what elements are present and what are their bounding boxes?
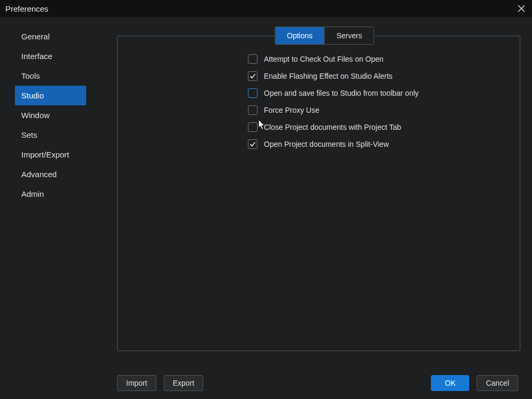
sidebar-item-interface[interactable]: Interface xyxy=(0,46,117,66)
main-panel: Options Servers Attempt to Check Out Fil… xyxy=(117,17,532,367)
options-list: Attempt to Check Out Files on Open Enabl… xyxy=(248,54,516,149)
check-icon xyxy=(250,73,256,79)
tab-servers[interactable]: Servers xyxy=(325,27,374,44)
option-label[interactable]: Close Project documents with Project Tab xyxy=(264,123,401,131)
import-button[interactable]: Import xyxy=(117,375,156,391)
option-flashing-effect: Enable Flashing Effect on Studio Alerts xyxy=(248,71,516,81)
window-title: Preferences xyxy=(5,4,48,13)
option-label[interactable]: Open and save files to Studio from toolb… xyxy=(264,89,419,97)
export-button[interactable]: Export xyxy=(164,375,203,391)
option-close-with-tab: Close Project documents with Project Tab xyxy=(248,122,516,132)
titlebar: Preferences xyxy=(0,0,532,17)
tab-switch: Options Servers xyxy=(275,27,374,45)
option-label[interactable]: Open Project documents in Split-View xyxy=(264,140,389,148)
option-label[interactable]: Enable Flashing Effect on Studio Alerts xyxy=(264,72,393,80)
sidebar-item-sets[interactable]: Sets xyxy=(0,125,117,145)
ok-button[interactable]: OK xyxy=(431,375,469,391)
checkbox-close-with-tab[interactable] xyxy=(248,122,257,132)
sidebar-item-admin[interactable]: Admin xyxy=(0,184,117,204)
option-checkout-on-open: Attempt to Check Out Files on Open xyxy=(248,54,516,64)
checkbox-force-proxy[interactable] xyxy=(248,105,257,115)
sidebar-item-general[interactable]: General xyxy=(0,27,117,46)
cancel-button[interactable]: Cancel xyxy=(477,375,518,391)
sidebar-item-window[interactable]: Window xyxy=(0,105,117,125)
option-toolbar-only: Open and save files to Studio from toolb… xyxy=(248,88,516,98)
checkbox-split-view[interactable] xyxy=(248,139,257,149)
sidebar-item-advanced[interactable]: Advanced xyxy=(0,164,117,184)
option-label[interactable]: Force Proxy Use xyxy=(264,106,319,114)
checkbox-toolbar-only[interactable] xyxy=(248,88,257,98)
checkbox-flashing-effect[interactable] xyxy=(248,71,257,81)
sidebar-item-import-export[interactable]: Import/Export xyxy=(0,145,117,164)
check-icon xyxy=(250,141,256,147)
close-button[interactable] xyxy=(516,3,527,14)
option-label[interactable]: Attempt to Check Out Files on Open xyxy=(264,55,384,63)
sidebar: General Interface Tools Studio Window Se… xyxy=(0,17,117,367)
option-force-proxy: Force Proxy Use xyxy=(248,105,516,115)
footer-left: Import Export xyxy=(117,375,203,391)
footer-right: OK Cancel xyxy=(431,375,518,391)
checkbox-checkout-on-open[interactable] xyxy=(248,54,257,64)
close-icon xyxy=(518,5,525,12)
content-area: General Interface Tools Studio Window Se… xyxy=(0,17,532,367)
sidebar-item-tools[interactable]: Tools xyxy=(0,66,117,86)
footer: Import Export OK Cancel xyxy=(0,367,532,399)
tab-options[interactable]: Options xyxy=(275,27,324,44)
sidebar-item-studio[interactable]: Studio xyxy=(15,86,86,105)
option-split-view: Open Project documents in Split-View xyxy=(248,139,516,149)
